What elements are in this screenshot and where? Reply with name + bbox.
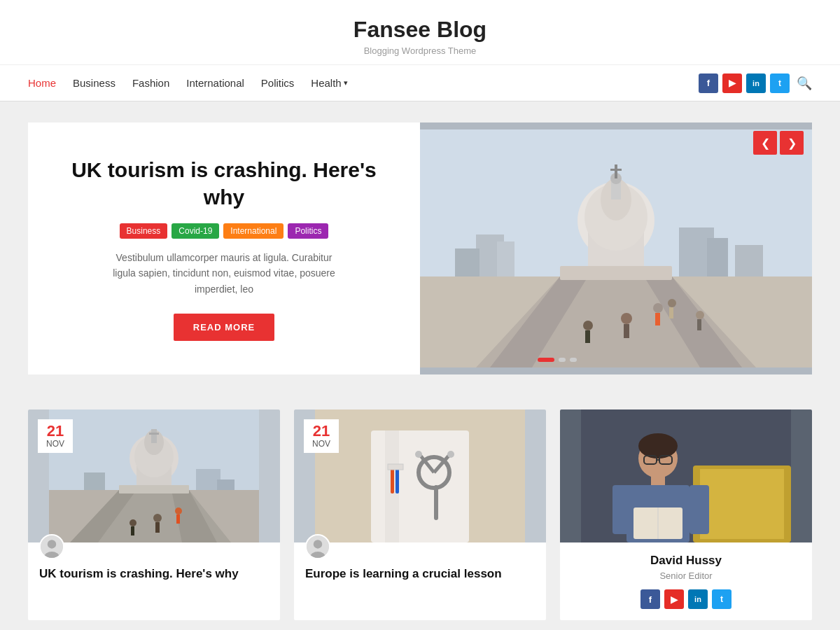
svg-point-28 xyxy=(696,311,704,319)
svg-rect-21 xyxy=(624,324,629,338)
card-date-month-2: Nov xyxy=(312,439,330,449)
svg-point-52 xyxy=(48,540,56,548)
card-author-row-1 xyxy=(39,534,269,559)
author-youtube-icon[interactable]: ▶ xyxy=(664,589,684,609)
svg-rect-19 xyxy=(560,266,672,280)
nav-link-health[interactable]: Health xyxy=(311,77,341,89)
nav-item-health[interactable]: Health ▾ xyxy=(311,77,347,89)
search-icon[interactable]: 🔍 xyxy=(797,76,812,91)
svg-rect-8 xyxy=(610,169,622,171)
author-socials: f ▶ in t xyxy=(571,589,801,609)
svg-point-22 xyxy=(653,303,663,313)
read-more-button[interactable]: READ MORE xyxy=(174,314,274,341)
tag-international[interactable]: International xyxy=(223,223,284,239)
slider-prev-button[interactable]: ❮ xyxy=(753,131,777,155)
nav-link-business[interactable]: Business xyxy=(73,77,115,89)
hero-description: Vestibulum ullamcorper mauris at ligula.… xyxy=(112,250,336,297)
svg-rect-25 xyxy=(669,307,673,318)
hero-bridge-svg xyxy=(420,130,812,368)
svg-rect-44 xyxy=(119,485,189,493)
dot-active xyxy=(538,358,554,362)
nav-item-politics[interactable]: Politics xyxy=(261,77,295,90)
linkedin-icon[interactable]: in xyxy=(746,74,766,93)
svg-rect-7 xyxy=(615,164,617,178)
slider-dots xyxy=(538,358,577,362)
svg-point-63 xyxy=(447,451,454,458)
hero-left: UK tourism is crashing. Here's why Busin… xyxy=(28,122,420,374)
author-info: David Hussy Senior Editor f ▶ in t xyxy=(560,542,812,620)
nav-item-business[interactable]: Business xyxy=(73,77,115,90)
svg-rect-46 xyxy=(155,522,160,533)
cards-section: 21 Nov xyxy=(0,396,840,630)
svg-point-68 xyxy=(314,540,322,548)
card-body-1: UK tourism is crashing. Here's why xyxy=(28,542,280,594)
site-subtitle: Blogging Wordpress Theme xyxy=(0,46,840,56)
svg-rect-65 xyxy=(396,467,399,493)
card-body-2: Europe is learning a crucial lesson xyxy=(294,542,546,594)
twitter-icon[interactable]: t xyxy=(770,74,790,93)
author-linkedin-icon[interactable]: in xyxy=(688,589,708,609)
svg-point-26 xyxy=(583,321,593,330)
hero-section: UK tourism is crashing. Here's why Busin… xyxy=(0,102,840,396)
svg-point-74 xyxy=(638,433,678,458)
author-twitter-icon[interactable]: t xyxy=(712,589,732,609)
dot-inactive-1 xyxy=(559,358,566,362)
navbar: Home Business Fashion International Poli… xyxy=(0,65,840,102)
nav-link-international[interactable]: International xyxy=(186,77,244,89)
hero-title: UK tourism is crashing. Here's why xyxy=(63,156,385,211)
hero-right: ❮ ❯ xyxy=(420,122,812,374)
author-photo-svg xyxy=(560,410,812,542)
facebook-icon[interactable]: f xyxy=(699,74,718,93)
svg-rect-81 xyxy=(690,485,709,534)
nav-item-international[interactable]: International xyxy=(186,77,244,90)
nav-links: Home Business Fashion International Poli… xyxy=(28,77,348,90)
nav-item-fashion[interactable]: Fashion xyxy=(132,77,169,90)
author-name: David Hussy xyxy=(571,554,801,568)
slider-next-button[interactable]: ❯ xyxy=(780,131,804,155)
site-header: Fansee Blog Blogging Wordpress Theme xyxy=(0,0,840,65)
svg-rect-48 xyxy=(176,514,180,524)
youtube-icon[interactable]: ▶ xyxy=(722,74,742,93)
tag-politics[interactable]: Politics xyxy=(288,223,328,239)
svg-rect-58 xyxy=(434,485,438,520)
svg-point-24 xyxy=(668,299,676,307)
slider-nav: ❮ ❯ xyxy=(753,131,804,155)
author-avatar-2 xyxy=(305,534,330,559)
cards-grid: 21 Nov xyxy=(28,410,812,620)
author-avatar-1 xyxy=(39,534,64,559)
card-date-month-1: Nov xyxy=(46,439,64,449)
nav-link-fashion[interactable]: Fashion xyxy=(132,77,169,89)
svg-rect-80 xyxy=(612,485,632,534)
nav-link-home[interactable]: Home xyxy=(28,77,56,89)
tag-business[interactable]: Business xyxy=(120,223,168,239)
nav-link-politics[interactable]: Politics xyxy=(261,77,295,89)
tag-covid[interactable]: Covid-19 xyxy=(172,223,219,239)
hero-image xyxy=(420,122,812,374)
card-date-badge-2: 21 Nov xyxy=(304,419,339,453)
article-card-2: 21 Nov xyxy=(294,410,546,620)
nav-item-home[interactable]: Home xyxy=(28,77,56,90)
author-role: Senior Editor xyxy=(571,570,801,581)
author-photo xyxy=(560,410,812,542)
card-image-2: 21 Nov xyxy=(294,410,546,542)
svg-rect-72 xyxy=(700,469,784,539)
site-title: Fansee Blog xyxy=(0,17,840,43)
card-date-day-1: 21 xyxy=(46,424,64,439)
card-headline-1[interactable]: UK tourism is crashing. Here's why xyxy=(39,566,269,582)
svg-point-49 xyxy=(130,519,136,526)
author-widget: David Hussy Senior Editor f ▶ in t xyxy=(560,410,812,620)
nav-social: f ▶ in t 🔍 xyxy=(699,74,812,93)
card-date-day-2: 21 xyxy=(312,424,330,439)
svg-rect-23 xyxy=(655,313,660,326)
svg-rect-27 xyxy=(585,330,590,343)
svg-point-45 xyxy=(153,514,162,522)
author-facebook-icon[interactable]: f xyxy=(640,589,660,609)
card-image-1: 21 Nov xyxy=(28,410,280,542)
hero-tags: Business Covid-19 International Politics xyxy=(120,223,329,239)
dot-inactive-2 xyxy=(570,358,577,362)
svg-point-62 xyxy=(415,451,422,458)
card-author-row-2 xyxy=(305,534,535,559)
card-headline-2[interactable]: Europe is learning a crucial lesson xyxy=(305,566,535,582)
svg-rect-66 xyxy=(388,464,403,470)
card-date-badge-1: 21 Nov xyxy=(38,419,73,453)
